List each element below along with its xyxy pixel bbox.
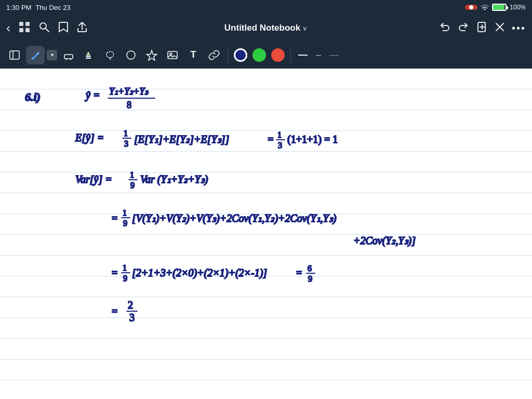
status-right: 100% <box>465 4 526 11</box>
notebook-title[interactable]: Untitled Notebook <box>224 23 300 33</box>
svg-text:9: 9 <box>130 181 135 190</box>
dash-thin-button[interactable]: — <box>326 48 342 61</box>
svg-rect-13 <box>64 55 73 59</box>
link-tool-button[interactable] <box>205 46 223 64</box>
bookmark-button[interactable] <box>58 21 69 35</box>
search-button[interactable] <box>38 21 50 35</box>
title-chevron[interactable]: ∨ <box>302 24 308 32</box>
nav-left: ‹ <box>6 21 87 35</box>
color-swatch-red[interactable] <box>271 48 285 62</box>
notebook-canvas[interactable]: 6.i) ŷ = Y₁+Y₂+Y₃ 8 E[ŷ] = 1 3 [E[Y₁]+E[… <box>0 69 532 399</box>
nav-center: Untitled Notebook ∨ <box>224 23 308 33</box>
svg-text:9: 9 <box>123 274 127 283</box>
svg-text:=: = <box>112 305 117 317</box>
svg-text:[E[Y₁]+E[Y₂]+E[Y₃]]: [E[Y₁]+E[Y₂]+E[Y₃]] <box>134 134 229 145</box>
close-button[interactable] <box>495 22 504 34</box>
status-bar: 1:30 PM Thu Dec 23 100% <box>0 0 532 15</box>
svg-text:1: 1 <box>130 170 134 179</box>
svg-text:=: = <box>112 212 117 224</box>
svg-rect-0 <box>19 22 23 26</box>
wifi-icon <box>481 4 489 11</box>
svg-point-16 <box>127 51 135 59</box>
shape-tool-button[interactable] <box>122 46 140 64</box>
svg-text:+2Cov(Y₂,Y₃)]: +2Cov(Y₂,Y₃)] <box>353 235 416 247</box>
dash-medium-button[interactable]: – <box>313 48 324 61</box>
back-button[interactable]: ‹ <box>6 21 10 35</box>
nav-right: ••• <box>439 21 526 35</box>
share-button[interactable] <box>77 21 87 35</box>
svg-text:9: 9 <box>308 274 312 283</box>
more-button[interactable]: ••• <box>512 22 526 34</box>
svg-rect-3 <box>25 28 30 32</box>
nav-bar: ‹ Untitled N <box>0 15 532 42</box>
svg-text:=: = <box>112 267 117 278</box>
eraser-tool-button[interactable] <box>59 46 78 64</box>
svg-text:3: 3 <box>278 141 282 150</box>
date-display: Thu Dec 23 <box>35 4 70 11</box>
svg-text:Y₁+Y₂+Y₃: Y₁+Y₂+Y₃ <box>109 86 149 97</box>
star-tool-button[interactable] <box>142 46 161 64</box>
color-swatch-navy[interactable] <box>234 48 247 62</box>
svg-text:3: 3 <box>124 139 128 148</box>
battery-icon <box>492 4 507 11</box>
undo-button[interactable] <box>439 21 450 35</box>
sidebar-toggle-button[interactable] <box>5 46 24 64</box>
battery-percent: 100% <box>510 4 526 11</box>
color-swatch-green[interactable] <box>252 48 266 62</box>
svg-text:1: 1 <box>124 129 128 138</box>
svg-text:2: 2 <box>128 299 133 311</box>
svg-line-5 <box>46 28 49 32</box>
toolbar: ▾ <box>0 42 532 69</box>
pen-dropdown-button[interactable]: ▾ <box>47 50 57 60</box>
svg-rect-11 <box>10 51 19 59</box>
separator-1 <box>228 48 228 62</box>
math-content: 6.i) ŷ = Y₁+Y₂+Y₃ 8 E[ŷ] = 1 3 [E[Y₁]+E[… <box>0 69 532 399</box>
svg-text:1: 1 <box>123 263 127 272</box>
svg-text:[V(Y₁)+V(Y₂)+V(Y₃)+2Cov(Y₁,Y₂): [V(Y₁)+V(Y₂)+V(Y₃)+2Cov(Y₁,Y₂)+2Cov(Y₁,Y… <box>132 212 337 224</box>
svg-text:6.i): 6.i) <box>25 90 41 103</box>
svg-text:3: 3 <box>129 312 135 323</box>
svg-text:=: = <box>296 267 302 278</box>
svg-text:E[ŷ] =: E[ŷ] = <box>75 132 104 144</box>
record-indicator <box>465 5 477 10</box>
lasso-tool-button[interactable] <box>101 46 119 64</box>
svg-text:8: 8 <box>127 100 131 110</box>
svg-text:6: 6 <box>308 264 312 273</box>
separator-2 <box>290 48 291 62</box>
svg-rect-17 <box>168 51 177 59</box>
svg-rect-2 <box>19 28 23 32</box>
svg-text:1: 1 <box>277 130 282 139</box>
svg-text:[2+1+3+(2×0)+(2×1)+(2×-1)]: [2+1+3+(2×0)+(2×1)+(2×-1)] <box>132 267 267 279</box>
text-tool-button[interactable]: T <box>184 46 203 64</box>
svg-text:=: = <box>267 134 274 145</box>
highlighter-tool-button[interactable] <box>80 46 99 64</box>
svg-text:Var (Y₁+Y₂+Y₃): Var (Y₁+Y₂+Y₃) <box>140 174 208 185</box>
dash-solid-button[interactable]: — <box>295 48 311 61</box>
svg-text:Var[ŷ] =: Var[ŷ] = <box>75 174 112 185</box>
redo-button[interactable] <box>458 21 469 35</box>
apps-icon[interactable] <box>19 21 30 35</box>
svg-rect-1 <box>25 22 30 26</box>
pen-tool-button[interactable] <box>26 46 45 64</box>
svg-text:1: 1 <box>123 208 127 217</box>
svg-text:ŷ =: ŷ = <box>85 89 100 101</box>
record-icon <box>469 5 473 9</box>
status-left: 1:30 PM Thu Dec 23 <box>6 4 71 11</box>
image-tool-button[interactable] <box>163 46 182 64</box>
new-page-button[interactable] <box>476 21 488 35</box>
svg-text:(1+1+1) = 1: (1+1+1) = 1 <box>287 134 338 145</box>
svg-text:9: 9 <box>123 219 127 228</box>
time-display: 1:30 PM <box>6 4 31 11</box>
